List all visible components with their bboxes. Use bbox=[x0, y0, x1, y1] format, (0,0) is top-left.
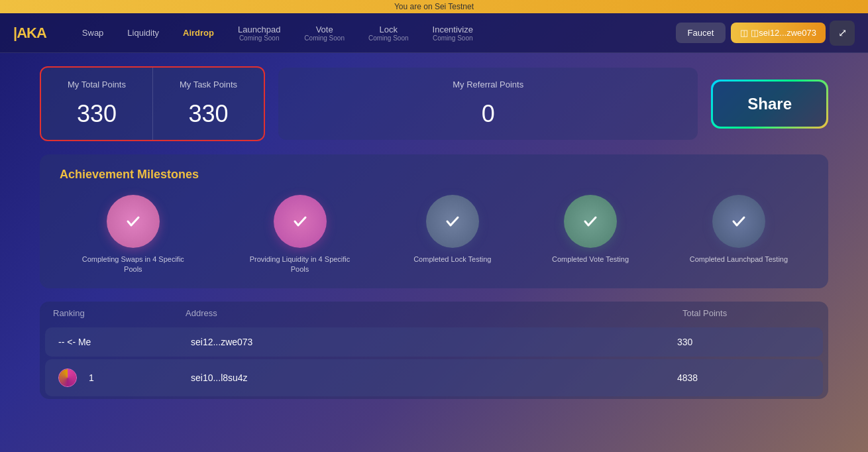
nav-item-swap[interactable]: Swap bbox=[73, 24, 113, 42]
col-points-header: Total Points bbox=[682, 308, 815, 318]
banner-text: You are on Sei Testnet bbox=[394, 2, 474, 11]
col-address-header: Address bbox=[186, 308, 682, 318]
top-banner: You are on Sei Testnet bbox=[0, 0, 868, 13]
badge-liquidity-label: Providing Liquidity in 4 Specific Pools bbox=[247, 254, 353, 275]
wallet-button[interactable]: ◫ ◫sei12...zwe073 bbox=[731, 23, 826, 43]
badge-lock-icon bbox=[426, 195, 479, 248]
badge-launchpad-label: Completed Launchpad Testing bbox=[690, 254, 788, 264]
leaderboard-header: Ranking Address Total Points bbox=[40, 302, 828, 325]
address-1: sei10...l8su4z bbox=[191, 372, 677, 383]
share-gradient-border: Share bbox=[711, 80, 828, 129]
badge-swaps-icon bbox=[107, 195, 160, 248]
navbar: |AKA Swap Liquidity Airdrop Launchpad Co… bbox=[0, 13, 868, 53]
total-points-value: 330 bbox=[68, 100, 126, 128]
wallet-address: ◫sei12...zwe073 bbox=[751, 28, 816, 38]
badge-vote-icon bbox=[564, 195, 617, 248]
nav-item-lock[interactable]: Lock Coming Soon bbox=[359, 21, 418, 46]
referral-points-card: My Referral Points 0 bbox=[278, 68, 698, 140]
badge-swaps: Completing Swaps in 4 Specific Pools bbox=[80, 195, 186, 275]
badge-vote: Completed Vote Testing bbox=[552, 195, 629, 264]
leaderboard: Ranking Address Total Points -- <- Me se… bbox=[40, 302, 828, 399]
col-ranking-header: Ranking bbox=[53, 308, 186, 318]
expand-button[interactable]: ⤢ bbox=[830, 21, 855, 46]
task-points-value: 330 bbox=[180, 100, 237, 128]
badge-launchpad: Completed Launchpad Testing bbox=[690, 195, 788, 264]
task-points-label: My Task Points bbox=[180, 80, 237, 89]
nav-links: Swap Liquidity Airdrop Launchpad Coming … bbox=[73, 21, 676, 46]
address-me: sei12...zwe073 bbox=[191, 337, 677, 347]
share-button[interactable]: Share bbox=[713, 82, 826, 127]
task-points-card: My Task Points 330 bbox=[152, 68, 264, 140]
total-points-card: My Total Points 330 bbox=[41, 68, 152, 140]
share-button-wrap: Share bbox=[711, 80, 828, 129]
badge-liquidity-icon bbox=[274, 195, 327, 248]
rank-me: -- <- Me bbox=[58, 337, 191, 347]
logo: |AKA bbox=[13, 25, 46, 42]
expand-icon: ⤢ bbox=[838, 27, 847, 39]
badge-lock-label: Completed Lock Testing bbox=[413, 254, 491, 264]
wallet-icon: ◫ bbox=[740, 28, 748, 38]
nav-item-launchpad[interactable]: Launchpad Coming Soon bbox=[229, 21, 290, 46]
achievement-title: Achievement Milestones bbox=[60, 168, 808, 182]
faucet-button[interactable]: Faucet bbox=[676, 23, 726, 43]
points-row: My Total Points 330 My Task Points 330 M… bbox=[40, 66, 828, 141]
referral-points-value: 0 bbox=[305, 100, 671, 128]
badges-row: Completing Swaps in 4 Specific Pools Pro… bbox=[60, 195, 808, 275]
badge-vote-label: Completed Vote Testing bbox=[552, 254, 629, 264]
badge-swaps-label: Completing Swaps in 4 Specific Pools bbox=[80, 254, 186, 275]
badge-launchpad-icon bbox=[712, 195, 765, 248]
achievement-section: Achievement Milestones Completing Swaps … bbox=[40, 154, 828, 288]
avatar-inner bbox=[59, 369, 76, 386]
points-outlined-box: My Total Points 330 My Task Points 330 bbox=[40, 66, 265, 141]
points-me: 330 bbox=[677, 337, 810, 347]
badge-lock: Completed Lock Testing bbox=[413, 195, 491, 264]
rank-1: 1 bbox=[58, 368, 191, 387]
nav-item-airdrop[interactable]: Airdrop bbox=[174, 24, 223, 42]
points-1: 4838 bbox=[677, 372, 810, 383]
nav-item-vote[interactable]: Vote Coming Soon bbox=[295, 21, 354, 46]
rank-1-avatar bbox=[58, 368, 77, 387]
leaderboard-row-1: 1 sei10...l8su4z 4838 bbox=[45, 359, 823, 396]
badge-liquidity: Providing Liquidity in 4 Specific Pools bbox=[247, 195, 353, 275]
referral-points-label: My Referral Points bbox=[305, 80, 671, 89]
main-content: My Total Points 330 My Task Points 330 M… bbox=[0, 53, 868, 412]
total-points-label: My Total Points bbox=[68, 80, 126, 89]
nav-item-liquidity[interactable]: Liquidity bbox=[118, 24, 168, 42]
nav-item-incentivize[interactable]: Incentivize Coming Soon bbox=[423, 21, 482, 46]
leaderboard-row-me: -- <- Me sei12...zwe073 330 bbox=[45, 327, 823, 357]
